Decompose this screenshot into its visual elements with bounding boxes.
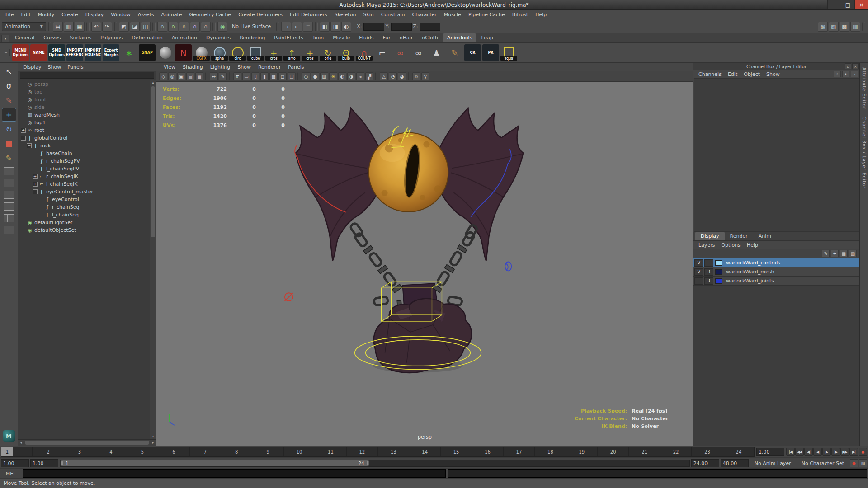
menu-item[interactable]: Skin bbox=[359, 10, 377, 20]
expander-icon[interactable] bbox=[27, 143, 32, 148]
outliner-item[interactable]: defaultLightSet bbox=[18, 219, 150, 226]
snap-point-icon[interactable]: ∩ bbox=[179, 22, 189, 32]
menu-item[interactable]: Constrain bbox=[377, 10, 409, 20]
range-track[interactable]: 1 24 bbox=[60, 460, 690, 467]
menu-item[interactable]: Geometry Cache bbox=[186, 10, 235, 20]
resolution-gate-icon[interactable]: ▯ bbox=[251, 72, 259, 80]
film-gate-icon[interactable]: ▭ bbox=[242, 72, 250, 80]
select-hierarchy-icon[interactable]: ◩ bbox=[119, 22, 129, 32]
step-forward-frame-button[interactable]: |▶ bbox=[831, 448, 840, 456]
expander-icon[interactable] bbox=[21, 136, 26, 141]
timeline-frame[interactable]: 15 bbox=[440, 447, 472, 456]
gamma-icon[interactable]: γ bbox=[421, 72, 429, 80]
shelf-square-control[interactable]: squa bbox=[500, 44, 517, 61]
outliner-item[interactable]: wardMesh bbox=[18, 111, 150, 119]
shelf-tab[interactable]: Rendering bbox=[235, 33, 269, 42]
select-tool[interactable]: ↖ bbox=[2, 65, 16, 78]
layer-editor-tab[interactable]: Render bbox=[725, 232, 753, 240]
layer-warlockward-controls[interactable]: V warlockWard_controls bbox=[693, 258, 859, 267]
multisample-icon[interactable]: ▞ bbox=[365, 72, 373, 80]
outliner-item[interactable]: r_chainSegPV bbox=[18, 157, 150, 165]
save-scene-icon[interactable]: ▦ bbox=[75, 22, 85, 32]
shelf-tab[interactable]: Surfaces bbox=[66, 33, 96, 42]
anim-preferences-button[interactable]: ▧ bbox=[859, 459, 867, 467]
layer-reference-toggle[interactable]: R bbox=[704, 268, 713, 276]
outliner-item[interactable]: top bbox=[18, 88, 150, 96]
layer-editor-menu-item[interactable]: Help bbox=[744, 242, 761, 248]
bookmark-icon[interactable]: ▤ bbox=[186, 72, 194, 80]
edit-menu[interactable]: Edit bbox=[725, 71, 741, 77]
timeline-frame[interactable]: 16 bbox=[472, 447, 503, 456]
snap-plane-icon[interactable]: ∩ bbox=[190, 22, 200, 32]
shelf-menu-button[interactable]: ≡ bbox=[2, 49, 10, 56]
select-camera-icon[interactable]: ◇ bbox=[159, 72, 167, 80]
command-input[interactable] bbox=[23, 469, 446, 478]
shelf-poly-cube[interactable]: cube bbox=[247, 44, 264, 61]
wireframe-icon[interactable]: ○ bbox=[302, 72, 310, 80]
step-forward-key-button[interactable]: ▶▶ bbox=[840, 448, 849, 456]
layout-two-panes-side[interactable] bbox=[2, 201, 16, 212]
shelf-cgfx[interactable]: CGFX bbox=[193, 44, 210, 61]
layout-single-pane[interactable] bbox=[2, 166, 16, 177]
viewport-menu-item[interactable]: Lighting bbox=[207, 64, 234, 70]
outliner-search-input[interactable] bbox=[20, 72, 154, 79]
playback-start-field[interactable] bbox=[30, 459, 58, 467]
viewport-menu-item[interactable]: Renderer bbox=[255, 64, 284, 70]
timeline-frame[interactable]: 6 bbox=[158, 447, 189, 456]
menu-item[interactable]: Pipeline Cache bbox=[465, 10, 509, 20]
minimize-button[interactable]: – bbox=[827, 0, 841, 9]
show-channel-box-icon[interactable]: ▥ bbox=[850, 22, 860, 32]
outliner-item[interactable]: front bbox=[18, 96, 150, 103]
shelf-character[interactable]: ♟ bbox=[428, 44, 445, 61]
shelf-cross-control[interactable]: + cros bbox=[265, 44, 282, 61]
timeline-frame[interactable]: 24 bbox=[723, 447, 754, 456]
scale-tool[interactable]: ■ bbox=[2, 137, 16, 150]
close-button[interactable]: × bbox=[854, 0, 868, 9]
gate-mask-icon[interactable]: ▮ bbox=[260, 72, 269, 80]
menu-item[interactable]: Modify bbox=[34, 10, 58, 20]
construction-history-icon[interactable]: ≡ bbox=[303, 22, 313, 32]
outliner-item[interactable]: l_chainSegPV bbox=[18, 165, 150, 173]
timeline-frame[interactable]: 17 bbox=[503, 447, 534, 456]
command-language-toggle[interactable]: MEL bbox=[1, 471, 21, 477]
shelf-count[interactable]: ∩ COUNT bbox=[356, 44, 373, 61]
auto-keyframe-button[interactable]: ● bbox=[850, 459, 858, 467]
menu-set-selector[interactable]: Animation ▼ bbox=[2, 22, 46, 31]
textured-icon[interactable]: ▨ bbox=[320, 72, 328, 80]
anim-layer-selector[interactable]: No Anim Layer bbox=[750, 460, 796, 466]
rotate-tool[interactable]: ↻ bbox=[2, 122, 16, 136]
timeline-frame[interactable]: 2 bbox=[32, 447, 63, 456]
outliner-item[interactable]: l_chainSeqIK bbox=[18, 180, 150, 188]
shelf-tab[interactable]: General bbox=[10, 33, 39, 42]
shelf-tab[interactable]: AnimTools bbox=[443, 33, 476, 42]
shelf-menu-options[interactable]: MENU Options bbox=[12, 44, 29, 61]
show-modeling-toolkit-icon[interactable]: ▧ bbox=[818, 22, 828, 32]
viewport-menu-item[interactable]: Panels bbox=[284, 64, 307, 70]
snap-grid-icon[interactable]: ∩ bbox=[157, 22, 167, 32]
maximize-button[interactable]: □ bbox=[841, 0, 854, 9]
xray-joints-icon[interactable]: ◕ bbox=[398, 72, 406, 80]
menu-item[interactable]: Skeleton bbox=[331, 10, 360, 20]
select-object-icon[interactable]: ◪ bbox=[130, 22, 140, 32]
last-tool-brush[interactable]: ✎ bbox=[2, 151, 16, 165]
menu-item[interactable]: Help bbox=[532, 10, 550, 20]
layer-warlockward-mesh[interactable]: V R warlockWard_mesh bbox=[693, 267, 859, 277]
animation-start-field[interactable] bbox=[1, 459, 29, 467]
menu-item[interactable]: Edit bbox=[17, 10, 34, 20]
select-component-icon[interactable]: ◫ bbox=[141, 22, 151, 32]
layout-three-panes[interactable] bbox=[2, 213, 16, 224]
undo-icon[interactable]: ↶ bbox=[91, 22, 101, 32]
layer-editor-menu-item[interactable]: Options bbox=[718, 242, 743, 248]
play-backwards-button[interactable]: ◀ bbox=[813, 448, 822, 456]
menu-item[interactable]: Create Deformers bbox=[235, 10, 286, 20]
x-input[interactable] bbox=[363, 23, 384, 31]
go-to-end-button[interactable]: ▶| bbox=[849, 448, 858, 456]
shelf-tab[interactable]: Deformation bbox=[127, 33, 167, 42]
layer-visibility-toggle[interactable]: V bbox=[694, 259, 703, 267]
expander-icon[interactable] bbox=[33, 182, 38, 187]
record-button[interactable]: ● bbox=[859, 448, 867, 456]
image-plane-icon[interactable]: ▦ bbox=[195, 72, 203, 80]
shelf-name[interactable]: NAME bbox=[30, 44, 47, 61]
menu-item[interactable]: Window bbox=[107, 10, 134, 20]
shelf-tab[interactable]: Polygons bbox=[96, 33, 127, 42]
